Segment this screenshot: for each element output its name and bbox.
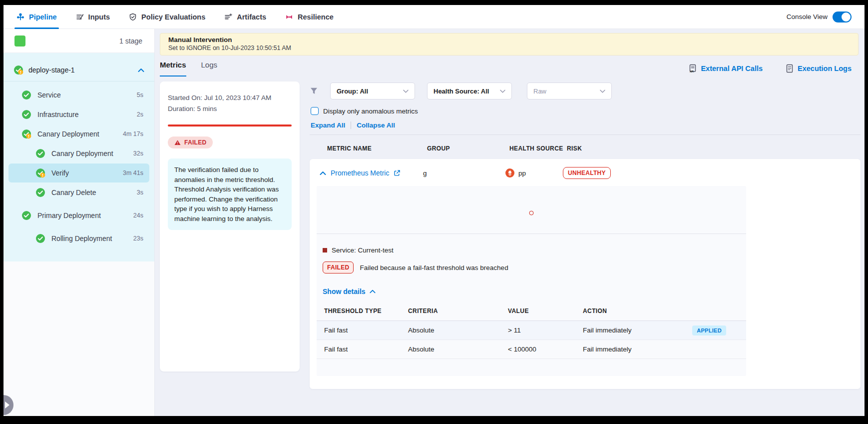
col-metric-name: METRIC NAME (327, 145, 427, 152)
tab-inputs[interactable]: Inputs (76, 5, 110, 29)
applied-badge: APPLIED (692, 326, 726, 336)
group-filter-select[interactable]: Group: All (330, 82, 415, 100)
filter-funnel-icon[interactable] (310, 87, 318, 95)
tab-pipeline-label: Pipeline (29, 13, 57, 21)
step-verify[interactable]: Verify 3m 41s (8, 164, 149, 182)
threshold-action-cell: Fail immediately APPLIED (583, 326, 746, 336)
success-icon (21, 90, 31, 100)
step-canary-delete[interactable]: Canary Delete 3s (8, 183, 149, 202)
threshold-criteria: Absolute (408, 326, 508, 334)
step-duration: 4m 17s (123, 130, 149, 138)
execution-sidebar: 1 stage deploy-stage-1 Service 5s (3, 29, 155, 416)
console-view-toggle[interactable] (833, 12, 852, 22)
chevron-up-icon (370, 290, 376, 294)
col-group: GROUP (427, 145, 509, 152)
tab-resilience-label: Resilience (298, 13, 334, 21)
col-threshold-type: THRESHOLD TYPE (324, 308, 408, 314)
sidebar-header: 1 stage (3, 29, 154, 53)
step-canary-deployment-group[interactable]: Canary Deployment 4m 17s (8, 124, 149, 144)
collapse-all-link[interactable]: Collapse All (357, 122, 395, 129)
threshold-value: > 11 (508, 326, 583, 334)
tab-policy-evaluations[interactable]: Policy Evaluations (129, 5, 205, 29)
step-canary-deployment[interactable]: Canary Deployment 32s (8, 144, 149, 163)
step-duration: 3s (137, 189, 149, 196)
anomalous-metrics-label: Display only anomalous metrics (323, 108, 418, 115)
anomalous-data-point[interactable] (529, 211, 534, 216)
step-label: Canary Deployment (51, 150, 113, 158)
metric-row: Prometheus Metric g pp UNHEAL (317, 167, 854, 179)
artifacts-icon (224, 13, 232, 21)
show-details-label: Show details (323, 288, 366, 296)
step-service[interactable]: Service 5s (8, 86, 149, 104)
stage-count-label: 1 stage (119, 37, 142, 45)
tab-policy-evaluations-label: Policy Evaluations (141, 13, 205, 21)
shield-check-icon (129, 13, 137, 21)
inputs-icon (76, 13, 84, 21)
external-link-icon[interactable] (394, 170, 401, 176)
col-criteria: CRITERIA (408, 308, 508, 314)
stage-list: deploy-stage-1 Service 5s Infrastructure… (3, 53, 154, 262)
execution-logs-link[interactable]: Execution Logs (786, 64, 852, 73)
collapse-row-chevron-icon[interactable] (320, 168, 326, 178)
legend-label: Service: Current-test (332, 246, 394, 254)
show-details-link[interactable]: Show details (317, 274, 746, 296)
health-source-filter-select[interactable]: Health Source: All (427, 82, 512, 100)
tab-resilience[interactable]: Resilience (285, 5, 334, 29)
metric-name-link[interactable]: Prometheus Metric (331, 169, 389, 177)
raw-view-placeholder: Raw (533, 88, 546, 95)
expand-collapse-row: Expand All Collapse All (311, 122, 861, 129)
metrics-logs-tabs: Metrics Logs API External API Calls Exec… (155, 56, 865, 76)
threshold-criteria: Absolute (408, 346, 508, 353)
step-label: Infrastructure (37, 110, 78, 118)
raw-view-select[interactable]: Raw (527, 82, 612, 100)
step-duration: 23s (133, 235, 149, 242)
chart-legend: Service: Current-test (317, 234, 746, 254)
failed-status-badge: FAILED (168, 136, 213, 148)
tab-metrics[interactable]: Metrics (160, 60, 186, 76)
expand-all-link[interactable]: Expand All (311, 122, 345, 129)
divider (351, 122, 351, 129)
tab-logs[interactable]: Logs (201, 60, 218, 76)
success-icon (35, 188, 45, 198)
stage-name: deploy-stage-1 (28, 66, 75, 74)
anomalous-metrics-checkbox[interactable] (311, 107, 319, 115)
risk-badge-unhealthy: UNHEALTHY (563, 167, 611, 179)
step-duration: 3m 41s (123, 170, 149, 176)
legend-swatch (323, 248, 327, 252)
step-rolling-deployment[interactable]: Rolling Deployment 23s (8, 229, 149, 248)
metrics-panel: Group: All Health Source: All Raw Displa… (310, 82, 861, 389)
stage-item-deploy-stage-1[interactable]: deploy-stage-1 (3, 60, 154, 81)
step-label: Canary Deployment (37, 130, 99, 138)
fail-reason-text: Failed because a fail-fast threshold was… (360, 264, 508, 272)
verification-fail-row: FAILED Failed because a fail-fast thresh… (317, 254, 746, 274)
tab-inputs-label: Inputs (88, 13, 110, 21)
banner-subtitle: Set to IGNORE on 10-Jul-2023 10:50:51 AM (168, 44, 850, 52)
col-action: ACTION (583, 308, 746, 314)
step-duration: 24s (133, 212, 149, 219)
duration-label: Duration: 5 mins (168, 104, 292, 114)
success-warning-icon (13, 65, 23, 75)
chevron-up-icon[interactable] (138, 66, 144, 74)
metric-name-cell: Prometheus Metric (320, 168, 423, 178)
filter-row: Group: All Health Source: All Raw (310, 82, 861, 100)
threshold-value: < 100000 (508, 346, 583, 353)
api-document-icon: API (688, 64, 697, 73)
app-window: Pipeline Inputs Policy Evaluations Artif… (3, 5, 865, 416)
stage-status-square (14, 36, 25, 46)
step-duration: 32s (133, 150, 149, 157)
step-primary-deployment[interactable]: Primary Deployment 24s (8, 206, 149, 225)
chevron-down-icon (500, 90, 505, 93)
tab-pipeline[interactable]: Pipeline (16, 5, 57, 29)
tab-artifacts-label: Artifacts (237, 13, 266, 21)
chevron-down-icon (600, 90, 605, 93)
threshold-table-header: THRESHOLD TYPE CRITERIA VALUE ACTION (317, 308, 746, 321)
threshold-row: Fail fast Absolute < 100000 Fail immedia… (317, 340, 746, 359)
success-icon (21, 110, 31, 120)
failed-outline-badge: FAILED (323, 262, 354, 274)
external-api-calls-link[interactable]: API External API Calls (688, 64, 763, 73)
chevron-down-icon (403, 90, 409, 93)
tab-artifacts[interactable]: Artifacts (224, 5, 266, 29)
metric-chart[interactable] (317, 186, 746, 234)
main-content: Manual Intervention Set to IGNORE on 10-… (155, 29, 865, 416)
step-infrastructure[interactable]: Infrastructure 2s (8, 105, 149, 124)
